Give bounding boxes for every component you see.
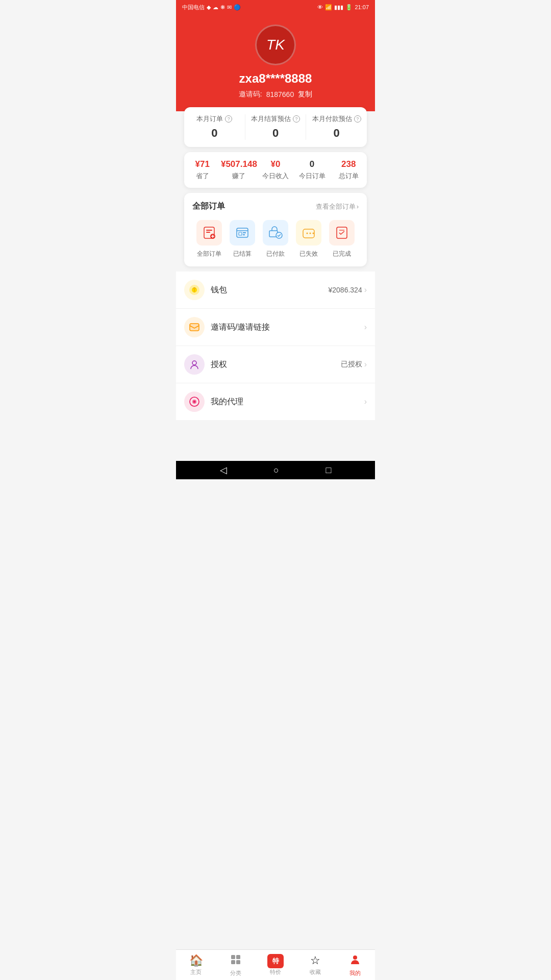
expired-orders-label: 已失效 [299, 250, 318, 258]
svg-rect-7 [243, 232, 246, 233]
total-orders-label: 总订单 [339, 172, 359, 181]
agent-icon-wrap [184, 391, 205, 412]
username: zxa8****8888 [239, 71, 312, 86]
wifi-icon: 📶 [325, 4, 332, 11]
order-type-completed[interactable]: 已完成 [329, 220, 355, 258]
invite-code-row: 邀请码: 8187660 复制 [239, 90, 312, 99]
invite-code-value: 8187660 [266, 90, 294, 99]
avatar: TK [255, 24, 296, 65]
paid-orders-icon [263, 220, 288, 246]
today-income-amount: ¥0 [271, 159, 281, 169]
expired-orders-icon [296, 220, 321, 246]
app-icon-1: ❋ [220, 4, 225, 11]
view-all-label: 查看全部订单 [316, 202, 356, 211]
all-orders-label: 全部订单 [197, 250, 221, 258]
status-bar: 中国电信 ◆ ☁ ❋ ✉ 🔵 👁 📶 ▮▮▮ 🔋 21:07 [176, 0, 375, 14]
wallet-right: ¥2086.324 › [328, 285, 367, 295]
wallet-value: ¥2086.324 [328, 286, 362, 294]
svg-rect-15 [337, 227, 347, 238]
signal-bars: ▮▮▮ [334, 4, 343, 11]
saved-label: 省了 [196, 172, 209, 181]
monthly-orders-value: 0 [211, 127, 217, 140]
svg-rect-8 [243, 234, 245, 235]
paid-orders-label: 已付款 [266, 250, 285, 258]
agent-label: 我的代理 [211, 397, 364, 407]
svg-rect-4 [237, 228, 248, 237]
stat-total-orders: 238 总订单 [330, 159, 367, 181]
svg-rect-18 [190, 324, 199, 331]
svg-point-12 [307, 233, 308, 234]
stat-today-income: ¥0 今日收入 [257, 159, 294, 181]
svg-rect-6 [239, 232, 242, 235]
settled-orders-label: 已结算 [233, 250, 252, 258]
profile-header: TK zxa8****8888 邀请码: 8187660 复制 [176, 14, 375, 111]
system-navigation-bar: ◁ ○ □ [176, 461, 375, 479]
auth-status: 已授权 [341, 360, 362, 369]
wallet-label: 钱包 [211, 285, 328, 296]
completed-orders-label: 已完成 [333, 250, 351, 258]
auth-label: 授权 [211, 359, 341, 370]
status-right: 👁 📶 ▮▮▮ 🔋 21:07 [317, 4, 369, 11]
auth-arrow-icon: › [364, 360, 367, 369]
earned-amount: ¥507.148 [221, 159, 257, 169]
order-type-all[interactable]: 全部订单 [196, 220, 222, 258]
completed-orders-icon [329, 220, 355, 246]
today-orders-amount: 0 [310, 159, 314, 169]
stat-saved: ¥71 省了 [184, 159, 221, 181]
today-orders-label: 今日订单 [299, 172, 325, 181]
settled-orders-icon [230, 220, 255, 246]
home-button[interactable]: ○ [273, 465, 279, 476]
svg-rect-1 [206, 230, 212, 231]
menu-item-auth[interactable]: 授权 已授权 › [176, 346, 375, 383]
stat-monthly-orders: 本月订单 ? 0 [184, 114, 245, 140]
auth-right: 已授权 › [341, 360, 367, 369]
view-all-orders-button[interactable]: 查看全部订单 › [316, 202, 359, 211]
orders-header: 全部订单 查看全部订单 › [192, 201, 359, 212]
orders-section: 全部订单 查看全部订单 › 全部订单 [184, 193, 367, 266]
monthly-settled-label: 本月结算预估 [251, 114, 291, 124]
battery-icon: 🔋 [345, 4, 353, 11]
orders-title: 全部订单 [192, 201, 225, 212]
order-type-settled[interactable]: 已结算 [230, 220, 255, 258]
svg-point-24 [193, 401, 195, 403]
invite-arrow-icon: › [364, 323, 367, 332]
menu-item-agent[interactable]: 我的代理 › [176, 383, 375, 420]
copy-button[interactable]: 复制 [298, 90, 312, 99]
stats-card-summary: ¥71 省了 ¥507.148 赚了 ¥0 今日收入 0 今日订单 238 总订… [184, 152, 367, 188]
invite-label: 邀请码/邀请链接 [211, 322, 364, 333]
stat-monthly-settled: 本月结算预估 ? 0 [245, 114, 307, 140]
svg-point-20 [192, 361, 196, 365]
monthly-settled-value: 0 [272, 127, 279, 140]
monthly-orders-help-icon[interactable]: ? [225, 115, 232, 122]
menu-section: 钱包 ¥2086.324 › 邀请码/邀请链接 › [176, 272, 375, 420]
all-orders-icon [196, 220, 222, 246]
recent-button[interactable]: □ [325, 465, 331, 476]
wallet-arrow-icon: › [364, 285, 367, 295]
earned-label: 赚了 [232, 172, 245, 181]
order-type-expired[interactable]: 已失效 [296, 220, 321, 258]
status-left: 中国电信 ◆ ☁ ❋ ✉ 🔵 [182, 4, 241, 11]
app-icon-2: ✉ [227, 4, 232, 11]
carrier-text: 中国电信 [182, 4, 205, 11]
svg-point-13 [310, 233, 311, 234]
time-text: 21:07 [355, 4, 369, 10]
invite-right: › [364, 323, 367, 332]
svg-rect-2 [206, 232, 210, 233]
monthly-settled-help-icon[interactable]: ? [293, 115, 300, 122]
menu-item-wallet[interactable]: 钱包 ¥2086.324 › [176, 272, 375, 309]
order-type-paid[interactable]: 已付款 [263, 220, 288, 258]
stat-monthly-payment: 本月付款预估 ? 0 [306, 114, 367, 140]
stat-earned: ¥507.148 赚了 [221, 159, 258, 181]
stat-today-orders: 0 今日订单 [294, 159, 331, 181]
today-income-label: 今日收入 [262, 172, 289, 181]
back-button[interactable]: ◁ [220, 464, 227, 476]
order-types: 全部订单 已结算 [192, 220, 359, 258]
menu-item-invite[interactable]: 邀请码/邀请链接 › [176, 309, 375, 346]
total-orders-amount: 238 [341, 159, 356, 169]
saved-amount: ¥71 [195, 159, 210, 169]
cloud-icon: ☁ [213, 4, 218, 11]
view-all-arrow-icon: › [357, 203, 359, 210]
monthly-payment-help-icon[interactable]: ? [354, 115, 361, 122]
agent-arrow-icon: › [364, 397, 367, 406]
agent-right: › [364, 397, 367, 406]
